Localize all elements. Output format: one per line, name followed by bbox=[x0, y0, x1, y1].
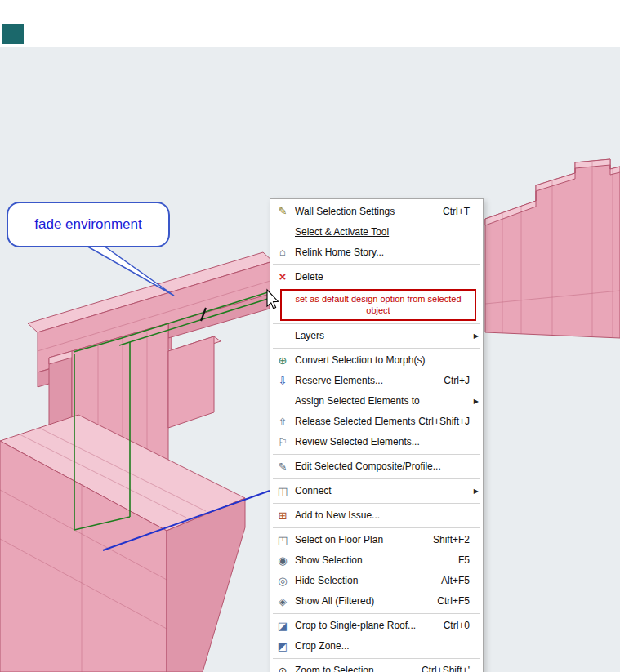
menu-item-label: Crop to Single-plane Roof... bbox=[295, 620, 444, 631]
show-selection-icon: ◉ bbox=[270, 555, 295, 566]
connect-icon: ◫ bbox=[270, 486, 295, 496]
menu-item-shortcut: Ctrl+0 bbox=[444, 620, 470, 631]
wall-selection-settings-icon: ✎ bbox=[270, 206, 295, 216]
show-all-filtered-icon: ◈ bbox=[270, 596, 295, 607]
relink-home-story-icon: ⌂ bbox=[270, 247, 295, 257]
edit-composite-profile-icon: ✎ bbox=[270, 461, 295, 472]
menu-item-add-to-new-issue[interactable]: ⊞Add to New Issue... bbox=[270, 505, 483, 526]
menu-item-layers[interactable]: Layers▶ bbox=[270, 326, 483, 346]
menu-item-hide-selection[interactable]: ◎Hide SelectionAlt+F5 bbox=[270, 571, 483, 591]
menu-item-shortcut: Ctrl+F5 bbox=[437, 595, 470, 607]
menu-item-label: Delete bbox=[295, 271, 470, 283]
submenu-arrow-icon: ▶ bbox=[474, 332, 479, 340]
add-to-new-issue-icon: ⊞ bbox=[270, 510, 295, 521]
menu-item-shortcut: Ctrl+J bbox=[444, 375, 470, 386]
menu-item-label: Reserve Elements... bbox=[295, 375, 444, 386]
release-elements-icon: ⇧ bbox=[270, 416, 295, 427]
callout-bubble: fade environment bbox=[7, 202, 170, 247]
menu-item-label: Select on Floor Plan bbox=[295, 534, 433, 545]
menu-item-label: Assign Selected Elements to bbox=[295, 395, 470, 407]
menu-item-crop-zone[interactable]: ◩Crop Zone... bbox=[270, 636, 483, 656]
reserve-elements-icon: ⇩ bbox=[270, 376, 295, 386]
menu-separator bbox=[273, 264, 480, 265]
submenu-arrow-icon: ▶ bbox=[474, 487, 479, 495]
convert-selection-to-morph-icon: ⊕ bbox=[270, 355, 295, 366]
menu-separator bbox=[273, 527, 480, 528]
menu-item-show-all-filtered[interactable]: ◈Show All (Filtered)Ctrl+F5 bbox=[270, 591, 483, 612]
menu-item-select-on-floor-plan[interactable]: ◰Select on Floor PlanShift+F2 bbox=[270, 530, 483, 550]
teal-color-swatch bbox=[2, 24, 24, 44]
menu-separator bbox=[273, 478, 480, 479]
menu-separator bbox=[273, 323, 480, 324]
menu-separator bbox=[273, 348, 480, 349]
menu-item-label: Select & Activate Tool bbox=[295, 226, 470, 238]
review-elements-icon: ⚐ bbox=[270, 437, 295, 447]
crop-zone-icon: ◩ bbox=[270, 641, 295, 652]
menu-item-zoom-to-selection[interactable]: ⊙Zoom to SelectionCtrl+Shift+' bbox=[270, 661, 483, 672]
menu-separator bbox=[273, 613, 480, 614]
menu-item-shortcut: Shift+F2 bbox=[433, 534, 470, 545]
submenu-arrow-icon: ▶ bbox=[474, 398, 479, 405]
menu-item-review-selected-elements[interactable]: ⚐Review Selected Elements... bbox=[270, 432, 483, 452]
menu-item-label: Convert Selection to Morph(s) bbox=[295, 354, 470, 366]
top-toolbar-area bbox=[0, 0, 620, 47]
menu-item-label: Crop Zone... bbox=[295, 640, 470, 652]
menu-item-shortcut: Ctrl+T bbox=[443, 206, 470, 217]
menu-item-release-selected-elements[interactable]: ⇧Release Selected ElementsCtrl+Shift+J bbox=[270, 412, 483, 432]
menu-item-label: Add to New Issue... bbox=[295, 510, 470, 521]
menu-item-label: Release Selected Elements bbox=[295, 416, 418, 427]
select-on-floor-plan-icon: ◰ bbox=[270, 535, 295, 545]
callout-text: fade environment bbox=[34, 216, 141, 233]
menu-separator bbox=[273, 503, 480, 504]
menu-item-wall-selection-settings[interactable]: ✎Wall Selection SettingsCtrl+T bbox=[270, 201, 483, 221]
menu-item-connect[interactable]: ◫Connect▶ bbox=[270, 481, 483, 501]
menu-item-assign-selected-elements-to[interactable]: Assign Selected Elements to▶ bbox=[270, 391, 483, 412]
menu-item-edit-selected-composite-profile[interactable]: ✎Edit Selected Composite/Profile... bbox=[270, 456, 483, 477]
menu-item-reserve-elements[interactable]: ⇩Reserve Elements...Ctrl+J bbox=[270, 371, 483, 391]
menu-item-label: Hide Selection bbox=[295, 575, 441, 586]
menu-item-label: Zoom to Selection bbox=[295, 665, 422, 672]
context-menu: ✎Wall Selection SettingsCtrl+TSelect & A… bbox=[270, 198, 484, 672]
menu-item-label: Show All (Filtered) bbox=[295, 595, 437, 607]
menu-item-shortcut: F5 bbox=[458, 554, 470, 566]
menu-item-crop-to-single-plane-roof[interactable]: ◪Crop to Single-plane Roof...Ctrl+0 bbox=[270, 616, 483, 636]
wall-3d-right[interactable] bbox=[485, 159, 620, 338]
annotation-highlight-box: set as default design option from select… bbox=[280, 289, 476, 321]
menu-item-shortcut: Alt+F5 bbox=[441, 575, 470, 586]
menu-item-shortcut: Ctrl+Shift+J bbox=[418, 416, 470, 427]
menu-item-label: Wall Selection Settings bbox=[295, 206, 443, 217]
crop-to-single-plane-roof-icon: ◪ bbox=[270, 621, 295, 631]
menu-item-label: Edit Selected Composite/Profile... bbox=[295, 461, 470, 472]
delete-icon: × bbox=[270, 270, 295, 283]
menu-item-label: Layers bbox=[295, 330, 470, 341]
menu-separator bbox=[273, 658, 480, 659]
menu-item-delete[interactable]: ×Delete bbox=[270, 266, 483, 287]
menu-item-label: Relink Home Story... bbox=[295, 247, 470, 258]
menu-item-label: Review Selected Elements... bbox=[295, 436, 470, 447]
menu-item-label: Connect bbox=[295, 485, 470, 496]
menu-item-show-selection[interactable]: ◉Show SelectionF5 bbox=[270, 550, 483, 571]
menu-item-shortcut: Ctrl+Shift+' bbox=[422, 665, 470, 672]
menu-separator bbox=[273, 454, 480, 455]
menu-item-relink-home-story[interactable]: ⌂Relink Home Story... bbox=[270, 242, 483, 262]
menu-item-convert-selection-to-morph-s[interactable]: ⊕Convert Selection to Morph(s) bbox=[270, 350, 483, 371]
menu-item-select-activate-tool[interactable]: Select & Activate Tool bbox=[270, 221, 483, 242]
zoom-to-selection-icon: ⊙ bbox=[270, 665, 295, 672]
callout-pointer bbox=[83, 244, 174, 296]
menu-item-label: Show Selection bbox=[295, 554, 458, 566]
application-window: fade environment ✎Wall Selection Setting… bbox=[0, 0, 620, 672]
hide-selection-icon: ◎ bbox=[270, 576, 295, 586]
